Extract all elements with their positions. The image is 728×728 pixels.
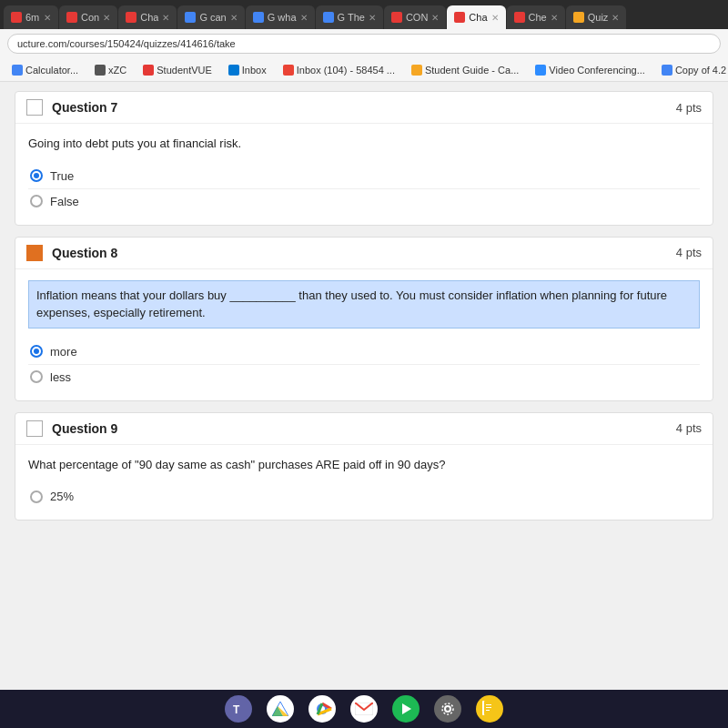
tab-favicon <box>573 12 584 23</box>
question-8-flag[interactable] <box>26 245 43 261</box>
tab-favicon <box>126 12 136 23</box>
taskbar-play-icon[interactable] <box>392 695 420 723</box>
bookmark-label: Copy of 4.2 Readin... <box>675 65 728 76</box>
tab-con2[interactable]: CON ✕ <box>384 5 446 29</box>
question-9-answer-25[interactable]: 25% <box>28 484 700 509</box>
bookmark-gmail[interactable]: Inbox (104) - 58454 ... <box>278 63 399 77</box>
tab-cha1[interactable]: Cha ✕ <box>118 5 177 29</box>
tab-favicon <box>253 12 264 23</box>
tab-wha[interactable]: G wha ✕ <box>246 5 315 29</box>
tab-favicon <box>391 12 402 23</box>
bookmark-label: xZC <box>108 65 126 76</box>
bookmark-icon <box>12 65 23 76</box>
bookmark-icon <box>535 65 546 76</box>
bookmarks-bar: Calculator... xZC StudentVUE Inbox Inbox… <box>0 58 728 82</box>
taskbar-files-icon[interactable] <box>476 695 503 723</box>
bookmark-label: Video Conferencing... <box>549 65 645 76</box>
question-7-title: Question 7 <box>52 100 117 115</box>
svg-point-11 <box>442 703 453 714</box>
bookmark-xzc[interactable]: xZC <box>90 63 131 77</box>
address-bar[interactable]: ucture.com/courses/150424/quizzes/414616… <box>7 34 721 54</box>
bookmark-reading[interactable]: Copy of 4.2 Readin... <box>657 63 728 77</box>
svg-text:T: T <box>233 703 240 716</box>
answer-true-label: True <box>50 169 74 183</box>
radio-true[interactable] <box>30 169 43 182</box>
question-8-body: Inflation means that your dollars buy __… <box>15 269 713 400</box>
answer-25-label: 25% <box>50 490 74 503</box>
svg-point-10 <box>445 706 450 712</box>
taskbar-drive-icon[interactable] <box>267 695 294 723</box>
question-8-header: Question 8 4 pts <box>15 238 713 269</box>
tab-6m[interactable]: 6m ✕ <box>4 5 58 29</box>
tab-quiz[interactable]: Quiz ✕ <box>566 5 627 29</box>
bookmark-zoom[interactable]: Video Conferencing... <box>531 63 650 77</box>
bookmark-label: Student Guide - Ca... <box>425 65 519 76</box>
radio-less[interactable] <box>30 370 43 383</box>
address-bar-row: ucture.com/courses/150424/quizzes/414616… <box>0 29 728 58</box>
bookmark-icon <box>283 65 294 76</box>
svg-marker-9 <box>402 703 411 714</box>
question-7-header: Question 7 4 pts <box>15 92 713 124</box>
question-7-pts: 4 pts <box>676 101 702 115</box>
taskbar-gmail-icon[interactable] <box>350 695 378 723</box>
bookmark-icon <box>411 65 422 76</box>
bookmark-inbox[interactable]: Inbox <box>224 63 271 77</box>
taskbar-teams-icon[interactable]: T <box>225 695 252 723</box>
question-8-card: Question 8 4 pts Inflation means that yo… <box>15 237 713 401</box>
radio-more[interactable] <box>30 345 43 358</box>
question-9-flag[interactable] <box>26 420 43 437</box>
tab-favicon <box>66 12 77 23</box>
question-7-flag[interactable] <box>26 99 43 116</box>
question-8-answer-less[interactable]: less <box>28 365 700 389</box>
question-9-card: Question 9 4 pts What percentage of "90 … <box>15 412 713 521</box>
question-8-answer-more[interactable]: more <box>28 339 700 365</box>
svg-rect-15 <box>486 707 491 708</box>
tab-favicon <box>11 12 22 23</box>
bookmark-icon <box>143 65 154 76</box>
tab-che[interactable]: Che ✕ <box>507 5 565 29</box>
tab-con[interactable]: Con ✕ <box>59 5 117 29</box>
question-7-answer-false[interactable]: False <box>28 189 700 214</box>
question-9-pts: 4 pts <box>676 421 702 435</box>
svg-rect-16 <box>486 710 490 711</box>
bookmark-icon <box>662 65 672 76</box>
question-7-text: Going into debt puts you at financial ri… <box>28 135 700 153</box>
tab-can[interactable]: G can ✕ <box>177 5 244 29</box>
question-7-answer-true[interactable]: True <box>28 164 700 189</box>
question-8-highlighted: Inflation means that your dollars buy __… <box>28 280 700 329</box>
answer-less-label: less <box>50 370 71 384</box>
bookmark-label: Inbox (104) - 58454 ... <box>297 65 395 76</box>
question-9-header: Question 9 4 pts <box>15 413 713 445</box>
bookmark-icon <box>228 65 239 76</box>
tab-favicon <box>185 12 196 23</box>
radio-25[interactable] <box>30 490 43 503</box>
tab-bar: 6m ✕ Con ✕ Cha ✕ G can ✕ G wha ✕ G The ✕ <box>0 0 728 29</box>
question-9-title: Question 9 <box>52 421 117 436</box>
tab-the[interactable]: G The ✕ <box>316 5 383 29</box>
bookmark-calculator[interactable]: Calculator... <box>7 63 83 77</box>
taskbar-chrome-icon[interactable] <box>308 695 336 723</box>
question-9-body: What percentage of "90 day same as cash"… <box>15 445 713 521</box>
bookmark-icon <box>95 65 106 76</box>
svg-rect-14 <box>486 704 491 705</box>
tab-cha2[interactable]: Cha ✕ <box>447 5 505 29</box>
question-7-body: Going into debt puts you at financial ri… <box>15 124 713 225</box>
tab-favicon <box>454 12 465 23</box>
tab-favicon <box>323 12 334 23</box>
answer-false-label: False <box>50 195 79 208</box>
bookmark-label: Inbox <box>242 65 267 76</box>
bookmark-studentvue[interactable]: StudentVUE <box>138 63 217 77</box>
question-8-pts: 4 pts <box>676 246 702 259</box>
taskbar: T <box>0 690 728 728</box>
tab-favicon <box>514 12 525 23</box>
bookmark-label: Calculator... <box>25 65 78 76</box>
question-8-title: Question 8 <box>52 246 117 260</box>
taskbar-settings-icon[interactable] <box>434 695 461 723</box>
question-9-text: What percentage of "90 day same as cash"… <box>28 456 700 474</box>
question-7-card: Question 7 4 pts Going into debt puts yo… <box>15 91 713 226</box>
radio-false[interactable] <box>30 195 43 207</box>
bookmark-guide[interactable]: Student Guide - Ca... <box>407 63 523 77</box>
bookmark-label: StudentVUE <box>157 65 212 76</box>
page-content: Question 7 4 pts Going into debt puts yo… <box>0 82 728 690</box>
url-text: ucture.com/courses/150424/quizzes/414616… <box>17 38 236 49</box>
